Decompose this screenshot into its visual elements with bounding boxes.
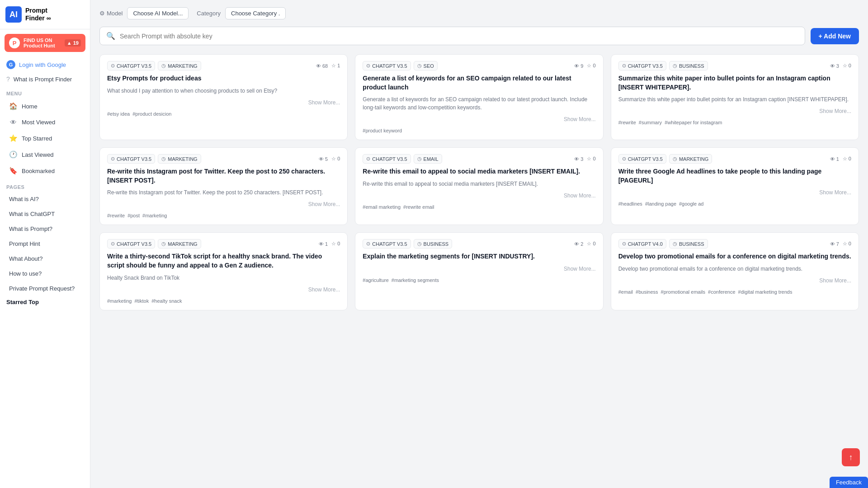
card-badges: ⊙ CHATGPT V3.5 ◷ SEO 👁 9 ☆ 0 bbox=[363, 61, 595, 70]
search-input[interactable] bbox=[120, 33, 798, 40]
show-more-link[interactable]: Show More... bbox=[618, 189, 851, 196]
show-more-link[interactable]: Show More... bbox=[107, 286, 340, 293]
show-more-link[interactable]: Show More... bbox=[363, 116, 595, 122]
prompt-card[interactable]: ⊙ CHATGPT V3.5 ◷ MARKETING 👁 1 ☆ 0 Write… bbox=[99, 232, 348, 310]
prompt-card[interactable]: ⊙ CHATGPT V3.5 ◷ MARKETING 👁 1 ☆ 0 Write… bbox=[611, 147, 859, 225]
show-more-link[interactable]: Show More... bbox=[363, 266, 595, 272]
card-tag[interactable]: #tiktok bbox=[134, 298, 149, 304]
sidebar-item-home[interactable]: 🏠 Home bbox=[3, 99, 87, 114]
login-with-google[interactable]: G Login with Google bbox=[0, 56, 90, 73]
login-label: Login with Google bbox=[19, 61, 66, 68]
card-tag[interactable]: #marketing bbox=[107, 298, 132, 304]
card-tag[interactable]: #rewrite bbox=[107, 213, 125, 218]
views-stat: 👁 7 bbox=[830, 241, 839, 247]
card-tag[interactable]: #product keyword bbox=[363, 128, 402, 133]
sidebar-item-what-is-chatgpt[interactable]: What is ChatGPT bbox=[3, 207, 87, 221]
card-badges: ⊙ CHATGPT V3.5 ◷ BUSINESS 👁 3 ☆ 0 bbox=[618, 61, 851, 70]
show-more-link[interactable]: Show More... bbox=[107, 201, 340, 207]
card-tag[interactable]: #whitepaper for instagram bbox=[665, 120, 722, 125]
card-stats: 👁 3 ☆ 0 bbox=[830, 63, 851, 69]
card-tag[interactable]: #marketing segments bbox=[392, 277, 439, 283]
scroll-top-button[interactable]: ↑ bbox=[842, 448, 860, 466]
prompt-card[interactable]: ⊙ CHATGPT V3.5 ◷ MARKETING 👁 68 ☆ 1 Etsy… bbox=[99, 54, 348, 140]
card-tag[interactable]: #marketing bbox=[142, 213, 167, 218]
card-description: Healty Snack Brand on TikTok bbox=[107, 274, 340, 282]
sidebar-item-private-prompt[interactable]: Private Prompt Request? bbox=[3, 282, 87, 296]
sidebar-item-label: Home bbox=[22, 103, 38, 110]
top-bar: ⚙ Model Choose AI Model... Category Choo… bbox=[99, 7, 859, 19]
card-tag[interactable]: #google ad bbox=[679, 201, 703, 206]
what-is-label: What is Prompt Finder bbox=[14, 76, 72, 83]
sidebar-item-what-is-prompt[interactable]: What is Prompt? bbox=[3, 222, 87, 236]
card-tag[interactable]: #business bbox=[636, 289, 658, 295]
card-tag[interactable]: #product desicion bbox=[132, 111, 171, 117]
card-tag[interactable]: #email marketing bbox=[363, 204, 401, 210]
prompt-card[interactable]: ⊙ CHATGPT V3.5 ◷ MARKETING 👁 5 ☆ 0 Re-wr… bbox=[99, 147, 348, 225]
prompt-card[interactable]: ⊙ CHATGPT V3.5 ◷ EMAIL 👁 3 ☆ 0 Re-write … bbox=[355, 147, 603, 225]
card-stats: 👁 7 ☆ 0 bbox=[830, 241, 851, 247]
card-title: Develop two promotional emails for a con… bbox=[618, 252, 851, 261]
model-label: CHATGPT V3.5 bbox=[372, 63, 407, 69]
card-tag[interactable]: #conference bbox=[708, 289, 736, 295]
what-is-ai-label: What is AI? bbox=[9, 196, 39, 202]
model-badge: ⊙ CHATGPT V3.5 bbox=[363, 239, 410, 249]
sidebar-item-what-is-ai[interactable]: What is AI? bbox=[3, 192, 87, 206]
show-more-link[interactable]: Show More... bbox=[363, 192, 595, 199]
card-description: Develop two promotional emails for a con… bbox=[618, 265, 851, 273]
card-tag[interactable]: #promotional emails bbox=[661, 289, 705, 295]
category-icon: ◷ bbox=[673, 156, 677, 162]
add-new-button[interactable]: + Add New bbox=[811, 28, 859, 44]
card-tag[interactable]: #headlines bbox=[618, 201, 642, 206]
prompt-card[interactable]: ⊙ CHATGPT V4.0 ◷ BUSINESS 👁 7 ☆ 0 Develo… bbox=[611, 232, 859, 310]
card-tag[interactable]: #rewrite bbox=[618, 120, 636, 125]
sidebar-item-what-about[interactable]: What About? bbox=[3, 252, 87, 266]
prompt-card[interactable]: ⊙ CHATGPT V3.5 ◷ BUSINESS 👁 3 ☆ 0 Summar… bbox=[611, 54, 859, 140]
card-tag[interactable]: #etsy idea bbox=[107, 111, 130, 117]
app-name: PromptFinder ∞ bbox=[25, 7, 51, 22]
category-icon: ◷ bbox=[673, 63, 677, 69]
card-tag[interactable]: #summary bbox=[639, 120, 662, 125]
card-badges: ⊙ CHATGPT V3.5 ◷ MARKETING 👁 5 ☆ 0 bbox=[107, 154, 340, 164]
feedback-button[interactable]: Feedback bbox=[830, 477, 868, 488]
category-icon: ◷ bbox=[417, 156, 422, 162]
model-label: CHATGPT V3.5 bbox=[117, 63, 151, 69]
show-more-link[interactable]: Show More... bbox=[618, 277, 851, 284]
sidebar-item-bookmarked[interactable]: 🔖 Bookmarked bbox=[3, 163, 87, 178]
sidebar-item-prompt-hint[interactable]: Prompt Hint bbox=[3, 237, 87, 251]
model-badge: ⊙ CHATGPT V3.5 bbox=[107, 239, 155, 249]
views-stat: 👁 9 bbox=[574, 63, 583, 69]
sidebar-item-how-to-use[interactable]: How to use? bbox=[3, 267, 87, 281]
card-title: Write a thirty-second TikTok script for … bbox=[107, 252, 340, 270]
show-more-link[interactable]: Show More... bbox=[618, 108, 851, 114]
card-tag[interactable]: #digital marketing trends bbox=[738, 289, 793, 295]
card-tag[interactable]: #email bbox=[618, 289, 633, 295]
stars-stat: ☆ 0 bbox=[843, 241, 851, 247]
card-title: Write three Google Ad headlines to take … bbox=[618, 167, 851, 185]
show-more-link[interactable]: Show More... bbox=[107, 99, 340, 106]
card-tag[interactable]: #agriculture bbox=[363, 277, 388, 283]
what-is-prompt-label: What is Prompt? bbox=[9, 225, 52, 232]
card-description: Re-write this email to appeal to social … bbox=[363, 180, 595, 188]
card-stats: 👁 5 ☆ 0 bbox=[319, 156, 340, 162]
model-select[interactable]: Choose AI Model... bbox=[127, 7, 189, 19]
card-tag[interactable]: #landing page bbox=[645, 201, 676, 206]
category-label: BUSINESS bbox=[424, 241, 449, 247]
card-description: Generate a list of keywords for an SEO c… bbox=[363, 95, 595, 112]
sidebar-item-most-viewed[interactable]: 👁 Most Viewed bbox=[3, 115, 87, 130]
model-label: CHATGPT V4.0 bbox=[628, 241, 663, 247]
stars-stat: ☆ 0 bbox=[843, 63, 851, 69]
card-tag[interactable]: #healty snack bbox=[151, 298, 182, 304]
product-hunt-bar[interactable]: P FIND US ONProduct Hunt ▲ 19 bbox=[5, 34, 85, 52]
sidebar-item-last-viewed[interactable]: 🕐 Last Viewed bbox=[3, 147, 87, 162]
sidebar-item-top-starred[interactable]: ⭐ Top Starred bbox=[3, 131, 87, 146]
card-stats: 👁 1 ☆ 0 bbox=[319, 241, 340, 247]
card-title: Re-write this Instagram post for Twitter… bbox=[107, 167, 340, 185]
google-icon: G bbox=[6, 60, 15, 69]
model-icon: ⊙ bbox=[622, 241, 626, 247]
prompt-card[interactable]: ⊙ CHATGPT V3.5 ◷ BUSINESS 👁 2 ☆ 0 Explai… bbox=[355, 232, 603, 310]
card-tag[interactable]: #rewrite email bbox=[403, 204, 434, 210]
category-select[interactable]: Choose Category . bbox=[225, 7, 286, 19]
prompt-card[interactable]: ⊙ CHATGPT V3.5 ◷ SEO 👁 9 ☆ 0 Generate a … bbox=[355, 54, 603, 140]
what-is-prompt-finder[interactable]: ? What is Prompt Finder bbox=[0, 73, 90, 85]
card-tag[interactable]: #post bbox=[127, 213, 140, 218]
